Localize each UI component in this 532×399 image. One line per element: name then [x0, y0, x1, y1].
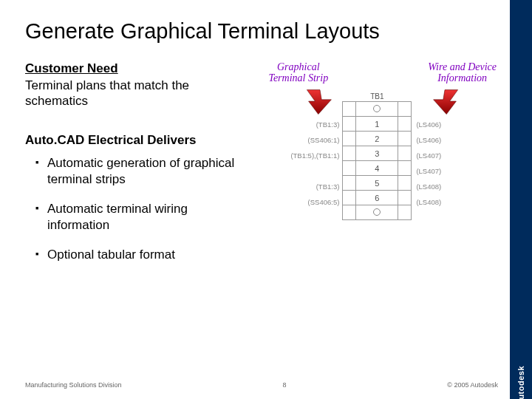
slide-title: Generate Graphical Terminal Layouts [25, 19, 502, 44]
callout-line: Graphical [277, 61, 320, 72]
brand-logo: Autodesk [516, 366, 525, 399]
bullet-item: Automatic generation of graphical termin… [35, 155, 243, 188]
callout-line: Wire and Device [428, 61, 497, 72]
slide-body: Generate Graphical Terminal Layouts Cust… [0, 0, 510, 399]
page-number: 8 [282, 381, 286, 389]
strip-cell: 3 [356, 146, 398, 161]
left-wire-label: (TB1:3) [283, 120, 339, 129]
strip-cell: 4 [356, 161, 398, 176]
delivers-heading: Auto.CAD Electrical Delivers [25, 133, 243, 148]
strip-cell: 6 [356, 191, 398, 205]
terminal-circle-icon [373, 208, 381, 216]
strip-table: 1 2 3 4 5 6 [342, 101, 412, 220]
content-row: Customer Need Terminal plans that match … [25, 61, 502, 283]
left-wire-label: (TB1:3) [283, 183, 339, 191]
strip-label: TB1 [342, 92, 412, 100]
footer-left: Manufacturing Solutions Division [25, 381, 122, 389]
right-wire-label: (LS407) [416, 167, 441, 175]
right-wire-label: (LS406) [416, 136, 441, 144]
diagram: Graphical Terminal Strip Wire and Device… [248, 61, 502, 283]
right-wire-label: (LS406) [416, 120, 441, 129]
bullet-item: Optional tabular format [35, 247, 243, 263]
callout-line: Information [437, 72, 487, 83]
customer-need-heading: Customer Need [25, 61, 243, 76]
footer: Manufacturing Solutions Division 8 © 200… [25, 381, 498, 389]
brand-sidebar: Autodesk [510, 0, 532, 399]
right-wire-label: (LS408) [416, 198, 441, 206]
left-wire-label: (TB1:5),(TB1:1) [262, 151, 339, 160]
callout-line: Terminal Strip [268, 72, 328, 83]
terminal-strip: TB1 1 2 3 4 5 6 [342, 92, 412, 220]
left-column: Customer Need Terminal plans that match … [25, 61, 243, 283]
callout-graphical-strip: Graphical Terminal Strip [268, 61, 328, 84]
left-wire-label: (SS406:5) [283, 198, 339, 206]
strip-cell: 1 [356, 117, 398, 132]
strip-cell: 2 [356, 132, 398, 146]
terminal-circle-icon [373, 105, 381, 112]
footer-copyright: © 2005 Autodesk [447, 381, 498, 389]
callout-wire-device: Wire and Device Information [428, 61, 497, 84]
arrow-icon [429, 85, 461, 117]
right-wire-label: (LS408) [416, 183, 441, 191]
strip-cell: 5 [356, 176, 398, 191]
delivers-list: Automatic generation of graphical termin… [25, 155, 243, 263]
customer-need-body: Terminal plans that match the schematics [25, 78, 243, 109]
bullet-item: Automatic terminal wiring information [35, 201, 243, 233]
left-wire-label: (SS406:1) [283, 136, 339, 144]
right-wire-label: (LS407) [416, 151, 441, 160]
arrow-icon [304, 85, 336, 117]
